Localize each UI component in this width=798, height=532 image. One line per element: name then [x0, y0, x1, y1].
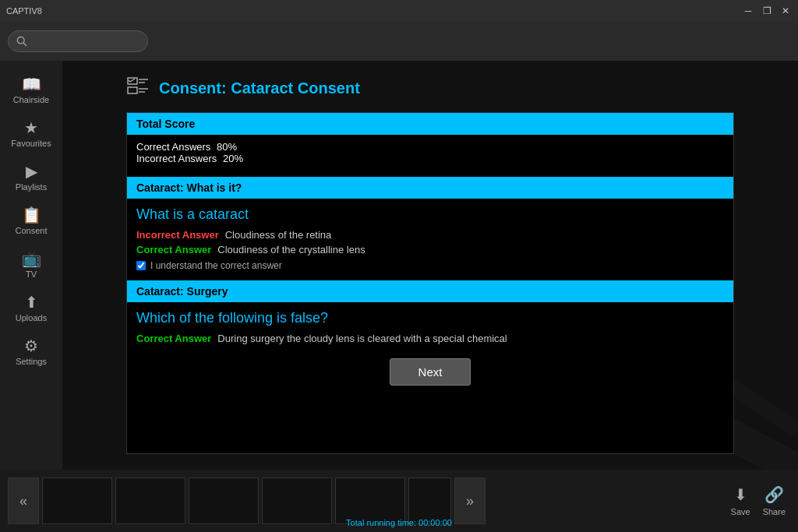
next-arrow[interactable]: »: [454, 477, 486, 524]
chairside-icon: 📖: [22, 76, 41, 92]
incorrect-text-1: Cloudiness of the retina: [225, 229, 332, 241]
correct-answers-value: 80%: [217, 141, 237, 153]
correct-label-1: Correct Answer: [136, 244, 211, 255]
next-button[interactable]: Next: [390, 358, 471, 386]
bottom-right-actions: ⬇ Save 🔗 Share: [726, 481, 790, 521]
understand-row-1[interactable]: I understand the correct answer: [127, 257, 733, 274]
page-title-prefix: Consent:: [159, 79, 231, 97]
minimize-button[interactable]: ─: [742, 5, 754, 17]
share-action[interactable]: 🔗 Share: [758, 481, 790, 521]
content-header: Consent: Cataract Consent: [126, 76, 734, 100]
save-icon: ⬇: [734, 485, 747, 504]
consent-header-icon: [126, 76, 150, 100]
sidebar-item-favourites[interactable]: ★ Favourites: [0, 112, 62, 156]
sidebar-item-settings[interactable]: ⚙ Settings: [0, 330, 62, 374]
sidebar-item-chairside[interactable]: 📖 Chairside: [0, 69, 62, 112]
understand-checkbox-1[interactable]: [136, 261, 146, 270]
bottom-bar: « » Total running time: 00:00:00 ⬇ Save …: [0, 470, 798, 532]
search-input[interactable]: [32, 36, 133, 47]
prev-arrow[interactable]: «: [8, 477, 39, 524]
sidebar-label-uploads: Uploads: [16, 313, 47, 322]
settings-icon: ⚙: [24, 338, 38, 354]
running-time-label: Total running time:: [346, 518, 416, 527]
maximize-button[interactable]: ❐: [761, 5, 773, 17]
total-score-bar: Total Score: [127, 113, 733, 135]
score-details: Correct Answers 80% Incorrect Answers 20…: [127, 135, 733, 171]
page-title: Consent: Cataract Consent: [159, 79, 360, 97]
sidebar-item-tv[interactable]: 📺 TV: [0, 243, 62, 287]
incorrect-answer-row-1: Incorrect Answer Cloudiness of the retin…: [127, 227, 733, 242]
correct-label-2: Correct Answer: [136, 333, 211, 344]
sidebar-label-favourites: Favourites: [11, 139, 51, 148]
understand-label-1: I understand the correct answer: [150, 260, 282, 271]
svg-line-1: [23, 43, 26, 46]
sidebar-item-playlists[interactable]: ▶ Playlists: [0, 156, 62, 199]
question-title-2: Which of the following is false?: [127, 302, 733, 331]
app-title: CAPTIV8: [6, 6, 42, 16]
favourites-icon: ★: [24, 120, 38, 136]
correct-text-2: During surgery the cloudy lens is cleare…: [217, 333, 507, 344]
incorrect-answers-label: Incorrect Answers: [136, 153, 217, 164]
correct-answers-label: Correct Answers: [136, 141, 210, 153]
incorrect-label-1: Incorrect Answer: [136, 229, 219, 241]
thumbnail-1[interactable]: [42, 477, 112, 524]
correct-answer-row-2: Correct Answer During surgery the cloudy…: [127, 331, 733, 346]
svg-point-0: [17, 37, 24, 44]
score-section: Total Score Correct Answers 80% Incorrec…: [127, 113, 733, 171]
sidebar-item-uploads[interactable]: ⬆ Uploads: [0, 287, 62, 330]
incorrect-answers-value: 20%: [223, 153, 243, 164]
section-header-2: Cataract: Surgery: [127, 280, 733, 302]
quiz-scroll[interactable]: Cataract: What is it? What is a cataract…: [127, 171, 733, 453]
playlists-icon: ▶: [26, 164, 37, 179]
main-layout: 📖 Chairside ★ Favourites ▶ Playlists 📋 C…: [0, 61, 798, 470]
running-time-value: 00:00:00: [418, 518, 452, 527]
running-time: Total running time: 00:00:00: [346, 518, 452, 527]
correct-answers-row: Correct Answers 80%: [136, 141, 724, 153]
sidebar-label-playlists: Playlists: [16, 182, 47, 192]
save-action[interactable]: ⬇ Save: [726, 481, 755, 521]
question-section-1: Cataract: What is it? What is a cataract…: [127, 177, 733, 274]
question-title-1: What is a cataract: [127, 199, 733, 227]
correct-answer-row-1: Correct Answer Cloudiness of the crystal…: [127, 242, 733, 257]
thumbnail-2[interactable]: [115, 477, 185, 524]
share-icon: 🔗: [764, 485, 784, 504]
search-icon: [16, 36, 27, 47]
uploads-icon: ⬆: [25, 294, 38, 310]
content-area: Consent: Cataract Consent Total Score Co…: [62, 61, 798, 470]
top-toolbar: [0, 22, 798, 61]
quiz-panel: Total Score Correct Answers 80% Incorrec…: [126, 112, 734, 454]
thumbnail-3[interactable]: [189, 477, 259, 524]
next-button-container: Next: [127, 346, 733, 398]
close-button[interactable]: ✕: [779, 5, 792, 17]
thumbnail-5[interactable]: [335, 477, 405, 524]
consent-icon: 📋: [22, 207, 41, 223]
window-controls: ─ ❐ ✕: [742, 5, 792, 17]
svg-line-9: [130, 79, 135, 82]
thumbnail-4[interactable]: [262, 477, 332, 524]
sidebar-label-chairside: Chairside: [13, 95, 49, 104]
sidebar-label-settings: Settings: [16, 357, 47, 366]
save-label: Save: [731, 507, 750, 516]
share-label: Share: [763, 507, 786, 516]
search-box[interactable]: [8, 30, 148, 52]
sidebar-item-consent[interactable]: 📋 Consent: [0, 199, 62, 243]
thumbnail-6[interactable]: [408, 477, 451, 524]
sidebar-label-tv: TV: [26, 270, 37, 279]
page-title-highlight: Cataract Consent: [231, 79, 360, 97]
titlebar: CAPTIV8 ─ ❐ ✕: [0, 0, 798, 22]
svg-line-8: [129, 80, 130, 82]
svg-rect-3: [128, 87, 137, 93]
tv-icon: 📺: [22, 251, 41, 266]
section-header-1: Cataract: What is it?: [127, 177, 733, 199]
incorrect-answers-row: Incorrect Answers 20%: [136, 153, 724, 164]
sidebar-label-consent: Consent: [16, 226, 48, 235]
sidebar: 📖 Chairside ★ Favourites ▶ Playlists 📋 C…: [0, 61, 62, 470]
question-section-2: Cataract: Surgery Which of the following…: [127, 280, 733, 346]
correct-text-1: Cloudiness of the crystalline lens: [217, 244, 365, 255]
